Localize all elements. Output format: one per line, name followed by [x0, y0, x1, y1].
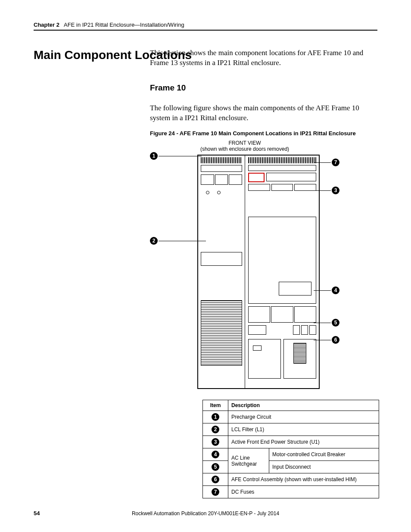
- page: Chapter 2 AFE in IP21 Rittal Enclosure—I…: [0, 0, 411, 532]
- page-header: Chapter 2 AFE in IP21 Rittal Enclosure—I…: [34, 22, 377, 31]
- breaker-row: [248, 306, 316, 323]
- figure-title: FRONT VIEW: [150, 140, 339, 146]
- header-line: Chapter 2 AFE in IP21 Rittal Enclosure—I…: [34, 22, 377, 31]
- terminal-row: [201, 174, 242, 185]
- chapter-label: Chapter 2: [34, 22, 59, 28]
- figure-subtitle: (shown with enclosure doors removed): [150, 146, 339, 152]
- highlighted-component: [248, 173, 265, 182]
- table-row: 4 AC Line Switchgear Motor-controlled Ci…: [203, 448, 379, 461]
- subsection-paragraph: The following figure shows the main comp…: [150, 103, 377, 123]
- power-structure: [248, 217, 316, 304]
- him-module: [283, 339, 316, 379]
- table-row: 3 Active Front End Power Structure (U1): [203, 436, 379, 448]
- callout-3: 3: [332, 187, 339, 194]
- table-row: 6 AFE Control Assembly (shown with user-…: [203, 473, 379, 486]
- callout-4: 4: [332, 286, 339, 294]
- component-box: [201, 165, 242, 172]
- disconnect-row: [248, 325, 316, 335]
- vent-grille: [201, 157, 242, 163]
- spacer: [206, 188, 237, 200]
- callout-1: 1: [150, 152, 158, 160]
- publication-footer: Rockwell Automation Publication 20Y-UM00…: [0, 510, 411, 516]
- table-row: 2 LCL Filter (L1): [203, 423, 379, 436]
- subsection-title: Frame 10: [150, 83, 186, 93]
- intro-paragraph: This section shows the main component lo…: [150, 48, 377, 68]
- callout-2: 2: [150, 237, 158, 245]
- control-row: [248, 339, 316, 379]
- enclosure-right-bay: [246, 156, 319, 388]
- chapter-title: AFE in IP21 Rittal Enclosure—Installatio…: [64, 22, 184, 28]
- heatsink-icon: [201, 300, 242, 366]
- enclosure-drawing: [197, 155, 320, 389]
- figure-area: FRONT VIEW (shown with enclosure doors r…: [150, 140, 339, 394]
- control-panel: [248, 339, 281, 379]
- highlight-row: [248, 173, 316, 182]
- enclosure-left-bay: [198, 156, 245, 388]
- callout-5: 5: [332, 319, 339, 327]
- table-row: 1 Precharge Circuit: [203, 411, 379, 423]
- component-box: [248, 165, 316, 171]
- legend-table: Item Description 1 Precharge Circuit 2 L…: [202, 400, 379, 498]
- fuse-row: [248, 184, 316, 191]
- figure-caption: Figure 24 - AFE Frame 10 Main Component …: [150, 130, 356, 137]
- callout-7: 7: [332, 159, 339, 166]
- callout-6: 6: [332, 336, 339, 344]
- component-box: [201, 252, 242, 266]
- th-item: Item: [203, 400, 228, 411]
- table-row: 7 DC Fuses: [203, 486, 379, 498]
- th-desc: Description: [228, 400, 379, 411]
- vent-grille: [248, 157, 316, 163]
